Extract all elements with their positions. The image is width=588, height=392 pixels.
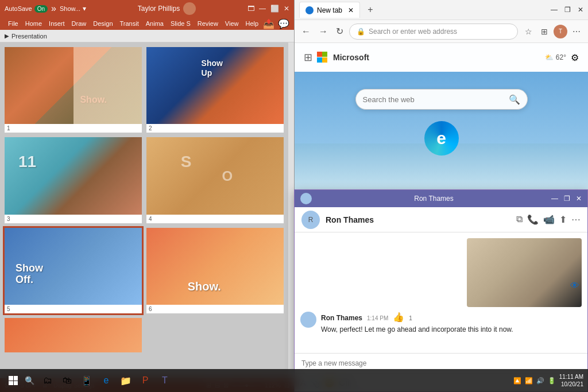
msg-text-content: Wow, perfect! Let me go ahead and incorp… bbox=[321, 325, 513, 333]
wifi-icon[interactable]: 📶 bbox=[525, 377, 533, 385]
ppt-minimize-icon[interactable]: — bbox=[259, 5, 266, 13]
msg-sender-name: Ron Thames bbox=[321, 314, 362, 322]
image-content bbox=[467, 238, 582, 307]
edge-tab-newtab[interactable]: New tab ✕ bbox=[299, 2, 360, 18]
taskbar-phone-icon[interactable]: 📱 bbox=[78, 372, 95, 389]
copy-icon[interactable]: ⧉ bbox=[516, 214, 523, 225]
clock-date: 10/20/21 bbox=[561, 381, 583, 388]
taskbar-store-icon[interactable]: 🛍 bbox=[59, 372, 76, 389]
menu-design[interactable]: Design bbox=[90, 20, 116, 27]
teams-chat-window: Ron Thames — ❐ ✕ R Ron Thames ⧉ 📞 📹 ⬆ ⋯ … bbox=[294, 189, 588, 392]
back-button[interactable]: ← bbox=[299, 24, 313, 39]
start-button[interactable] bbox=[5, 372, 22, 389]
settings-more-icon[interactable]: ⋯ bbox=[570, 25, 583, 38]
ms-logo-colors bbox=[317, 52, 328, 63]
slide-7[interactable] bbox=[5, 318, 142, 352]
image-like-icon[interactable]: 👁 bbox=[570, 281, 579, 291]
favorites-icon[interactable]: ☆ bbox=[521, 25, 535, 38]
taskbar-pinned-apps: 🗂 🛍 📱 e 📁 P T bbox=[39, 372, 173, 389]
taskbar-powerpoint-icon[interactable]: P bbox=[137, 372, 154, 389]
taskbar-search-button[interactable]: 🔍 bbox=[22, 373, 37, 388]
taskbar-files-icon[interactable]: 🗂 bbox=[39, 372, 56, 389]
slide-1[interactable]: Show. 1 bbox=[5, 47, 142, 133]
new-tab-button[interactable]: + bbox=[363, 3, 377, 17]
teams-contact-avatar-small bbox=[300, 193, 312, 204]
more-options-icon[interactable]: ⋯ bbox=[571, 214, 581, 225]
slide-scrollbar[interactable] bbox=[288, 42, 294, 378]
ppt-restore-icon[interactable]: 🗖 bbox=[247, 5, 254, 13]
refresh-button[interactable]: ↻ bbox=[334, 24, 346, 39]
share-screen-icon[interactable]: ⬆ bbox=[559, 214, 567, 225]
msg-reaction-count: 1 bbox=[409, 315, 412, 321]
video-icon[interactable]: 📹 bbox=[543, 214, 555, 225]
taskbar-teams-icon[interactable]: T bbox=[156, 372, 173, 389]
ppt-maximize-icon[interactable]: ⬜ bbox=[270, 5, 279, 13]
contact-initials: R bbox=[308, 216, 314, 224]
phone-icon[interactable]: 📞 bbox=[527, 214, 539, 225]
share-icon[interactable]: 📤 bbox=[263, 18, 274, 29]
menu-view[interactable]: View bbox=[222, 20, 242, 27]
weather-icon: ⛅ bbox=[545, 53, 554, 61]
taskbar-edge-icon[interactable]: e bbox=[98, 372, 115, 389]
menu-anima[interactable]: Anima bbox=[142, 20, 167, 27]
ppt-close-icon[interactable]: ✕ bbox=[284, 5, 289, 13]
edge-minimize-btn[interactable]: — bbox=[551, 6, 558, 14]
menu-home[interactable]: Home bbox=[22, 20, 45, 27]
slide-4[interactable]: S O 4 bbox=[146, 137, 284, 223]
profile-icon[interactable]: T bbox=[554, 25, 567, 38]
menu-insert[interactable]: Insert bbox=[45, 20, 68, 27]
autosave-toggle[interactable]: On bbox=[34, 5, 48, 13]
slide-5[interactable]: ShowOff. 5 bbox=[5, 228, 142, 313]
autosave-label: AutoSave bbox=[5, 5, 32, 12]
slide-6[interactable]: Show. 6 bbox=[146, 228, 284, 313]
teams-titlebar: Ron Thames — ❐ ✕ bbox=[295, 190, 587, 207]
menu-transit[interactable]: Transit bbox=[117, 20, 142, 27]
edge-close-btn[interactable]: ✕ bbox=[578, 6, 583, 14]
volume-icon[interactable]: 🔊 bbox=[536, 377, 544, 385]
ms-header-right: ⛅ 62° ⚙ bbox=[545, 52, 579, 63]
teams-close-btn[interactable]: ✕ bbox=[576, 195, 582, 203]
battery-icon[interactable]: 🔋 bbox=[548, 377, 556, 385]
msg-emoji: 👍 bbox=[393, 312, 404, 323]
bing-search-box[interactable]: 🔍 bbox=[355, 89, 528, 110]
tab-favicon bbox=[305, 6, 314, 14]
menu-draw[interactable]: Draw bbox=[68, 20, 90, 27]
menu-slides[interactable]: Slide S bbox=[167, 20, 194, 27]
address-text: Search or enter web address bbox=[369, 28, 457, 36]
apps-grid-icon[interactable]: ⊞ bbox=[304, 51, 312, 64]
menu-help[interactable]: Help bbox=[242, 20, 262, 27]
slide-3[interactable]: 11 3 bbox=[5, 137, 142, 223]
edge-toolbar: ← → ↻ 🔒 Search or enter web address ☆ ⊞ … bbox=[295, 20, 588, 43]
ppt-menu-ribbon: File Home Insert Draw Design Transit Ani… bbox=[0, 17, 294, 30]
system-clock[interactable]: 11:11 AM 10/20/21 bbox=[559, 373, 583, 388]
address-bar[interactable]: 🔒 Search or enter web address bbox=[349, 24, 518, 40]
ms-logo-red bbox=[317, 52, 322, 57]
settings-icon[interactable]: ⚙ bbox=[571, 52, 579, 63]
expand-icon[interactable]: » bbox=[51, 3, 56, 14]
slides-panel[interactable]: Show. 1 ShowUp 2 bbox=[0, 42, 288, 378]
more-dropdown[interactable]: Show... bbox=[60, 5, 80, 12]
menu-file[interactable]: File bbox=[5, 20, 22, 27]
collections-icon[interactable]: ⊞ bbox=[537, 25, 551, 38]
teams-restore-btn[interactable]: ❐ bbox=[564, 195, 570, 203]
teams-minimize-btn[interactable]: — bbox=[551, 195, 558, 203]
ms-logo-yellow bbox=[322, 57, 327, 63]
forward-button[interactable]: → bbox=[316, 24, 330, 39]
slide-4-num: 4 bbox=[146, 215, 284, 223]
slide-5-text: ShowOff. bbox=[16, 263, 43, 286]
slide-2[interactable]: ShowUp 2 bbox=[146, 47, 284, 133]
comments-icon[interactable]: 💬 bbox=[278, 18, 289, 29]
taskbar-explorer-icon[interactable]: 📁 bbox=[117, 372, 134, 389]
edge-restore-btn[interactable]: ❐ bbox=[564, 6, 571, 14]
tab-close-icon[interactable]: ✕ bbox=[348, 6, 354, 14]
search-input[interactable] bbox=[363, 95, 504, 104]
chat-action-icons: ⧉ 📞 📹 ⬆ ⋯ bbox=[516, 214, 581, 225]
system-tray-expand[interactable]: 🔼 bbox=[513, 377, 521, 385]
ppt-user-name: Taylor Phillips bbox=[138, 5, 180, 13]
slide-4-text2: O bbox=[222, 168, 233, 184]
ms-header-bar: ⊞ Microsoft ⛅ 62° ⚙ bbox=[295, 43, 588, 72]
menu-review[interactable]: Review bbox=[194, 20, 222, 27]
ppt-titlebar: AutoSave On » Show... ▾ Taylor Phillips … bbox=[0, 0, 294, 17]
ppt-title-section: Taylor Phillips bbox=[86, 2, 247, 15]
search-submit-icon[interactable]: 🔍 bbox=[509, 94, 520, 105]
